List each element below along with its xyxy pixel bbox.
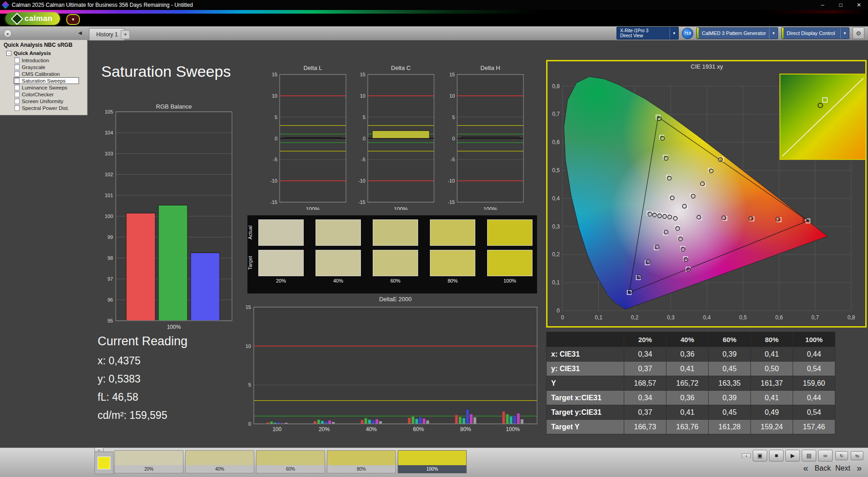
add-tab-button[interactable]: + (121, 30, 130, 39)
loop-button[interactable]: ⇆ (851, 451, 863, 460)
table-header-60%: 60% (709, 332, 751, 347)
bottom-swatch-100%[interactable]: 100% (398, 450, 467, 473)
svg-text:CIE 1931 xy: CIE 1931 xy (691, 63, 723, 70)
svg-text:-10: -10 (448, 178, 455, 184)
sidebar-item-cms-calibration[interactable]: CMS Calibration (14, 70, 79, 77)
stop-button[interactable]: ■ (769, 450, 784, 462)
sidebar-item-label: Saturation Sweeps (22, 78, 66, 84)
settings-gear-button[interactable]: ⚙ (853, 27, 864, 39)
svg-text:Delta H: Delta H (480, 65, 500, 71)
svg-text:Delta C: Delta C (391, 65, 410, 71)
play-button[interactable]: ▶ (785, 450, 800, 462)
brand-row: calman ▼ (0, 10, 868, 26)
bottom-swatch-80%[interactable]: 80% (327, 450, 396, 473)
svg-text:-10: -10 (358, 178, 365, 184)
tab-history-1[interactable]: History 1 (89, 28, 125, 40)
title-bar: Calman 2025 Calman Ultimate for Business… (0, 0, 868, 10)
sidebar-item-colorchecker[interactable]: ColorChecker (14, 91, 79, 98)
svg-text:5: 5 (363, 114, 365, 120)
row-label: Y (547, 376, 624, 391)
svg-text:100%: 100% (506, 426, 520, 432)
rgb-balance-chart: 1051041031021011009998979695RGB Balance1… (93, 103, 238, 332)
back-chevron-icon[interactable]: « (801, 463, 810, 473)
current-color-indicator (94, 452, 113, 474)
sidebar-item-screen-uniformity[interactable]: Screen Uniformity (14, 98, 79, 104)
row-label: Target x:CIE31 (547, 391, 624, 405)
tab-bar: ● ◀ History 1 + X-Rite i1Pro 3 Direct Vi… (0, 26, 868, 40)
sidebar-item-saturation-sweeps[interactable]: Saturation Sweeps (14, 77, 79, 84)
row-value: 166,73 (624, 420, 666, 434)
sidebar-item-grayscale[interactable]: Grayscale (14, 64, 79, 70)
actual-swatch-80% (430, 219, 475, 246)
bottom-swatch-60%[interactable]: 60% (256, 450, 325, 473)
pattern-generator-dropdown[interactable]: CalMED 3 Pattern Generator ▼ (696, 27, 778, 39)
sidebar-item-label: Screen Uniformity (22, 99, 63, 104)
row-value: 0,34 (624, 347, 666, 362)
table-header-80%: 80% (751, 332, 793, 347)
expander-tab[interactable]: ▴ (742, 453, 751, 458)
swatch-percent-label: 40% (316, 278, 361, 283)
svg-text:101: 101 (105, 193, 113, 198)
meter-dropdown[interactable]: X-Rite i1Pro 3 Direct View ▼ (616, 27, 679, 40)
minimize-button[interactable]: – (814, 0, 832, 10)
continuous-button[interactable]: ∞ (818, 450, 833, 462)
swatch-color (398, 451, 466, 465)
sidebar-collapse-icon[interactable]: ◀ (78, 30, 82, 36)
document-icon (15, 84, 20, 90)
document-icon (15, 98, 20, 104)
workspace-menu-button[interactable]: ● (4, 30, 12, 38)
display-mode-button[interactable]: ▣ (753, 450, 767, 462)
back-button[interactable]: Back (814, 464, 831, 472)
sidebar-item-luminance-sweeps[interactable]: Luminance Sweeps (14, 84, 79, 91)
table-row: Y168,57165,72163,35161,37159,60 (547, 376, 835, 391)
svg-text:0: 0 (275, 136, 277, 141)
row-value: 0,41 (751, 391, 793, 405)
swatch-color (115, 451, 183, 465)
row-value: 0,39 (709, 391, 751, 405)
row-value: 0,50 (751, 362, 793, 376)
document-icon (15, 105, 20, 111)
document-icon (15, 91, 20, 97)
main-menu-dropdown[interactable]: ▼ (66, 14, 80, 25)
next-chevron-icon[interactable]: » (855, 463, 863, 473)
svg-text:0: 0 (363, 136, 365, 141)
sidebar-root-node[interactable]: - Quick Analysis (0, 50, 87, 57)
current-color-swatch (98, 457, 110, 469)
row-value: 0,54 (793, 405, 835, 420)
refresh-button[interactable]: ↻ (835, 451, 848, 460)
svg-text:0,6: 0,6 (552, 139, 560, 145)
swatch-percent-label: 60% (373, 278, 418, 283)
svg-text:40%: 40% (366, 426, 377, 432)
maximize-button[interactable]: □ (832, 0, 850, 10)
close-button[interactable]: ✕ (850, 0, 868, 10)
svg-text:20%: 20% (319, 426, 330, 432)
row-value: 165,72 (666, 376, 709, 391)
svg-text:-15: -15 (448, 199, 455, 205)
row-value: 161,28 (709, 420, 751, 434)
bottom-swatch-20%[interactable]: 20% (114, 450, 183, 473)
sidebar-header: Quick Analysis NBC sRGB (0, 40, 87, 50)
svg-text:0,6: 0,6 (775, 314, 783, 321)
display-control-label: Direct Display Control (787, 30, 835, 36)
calman-logo-button[interactable]: calman (5, 12, 60, 25)
bottom-swatch-40%[interactable]: 40% (185, 450, 254, 473)
tree-expander-icon[interactable]: - (6, 51, 11, 56)
table-row: y: CIE310,370,410,450,500,54 (547, 362, 835, 376)
sidebar-item-label: Grayscale (22, 65, 45, 70)
table-corner-cell (547, 332, 624, 347)
save-button[interactable]: ▤ (802, 450, 816, 462)
svg-text:5: 5 (275, 114, 277, 120)
row-value: 0,37 (624, 362, 666, 376)
svg-text:60%: 60% (413, 426, 424, 432)
row-value: 0,54 (793, 362, 835, 376)
sidebar-item-spectral-power-dist-[interactable]: Spectral Power Dist. (14, 104, 79, 111)
display-control-dropdown[interactable]: Direct Display Control ▼ (781, 27, 849, 39)
target-swatch-row: Target (247, 250, 537, 276)
meter-count-badge[interactable]: 713 (682, 28, 693, 39)
sidebar-item-introduction[interactable]: Introduction (14, 57, 79, 64)
svg-text:0,5: 0,5 (739, 314, 747, 321)
svg-text:100%: 100% (167, 324, 181, 330)
table-row: Target x:CIE310,340,360,390,410,44 (547, 391, 835, 405)
svg-text:97: 97 (108, 276, 113, 282)
next-button[interactable]: Next (835, 464, 850, 472)
